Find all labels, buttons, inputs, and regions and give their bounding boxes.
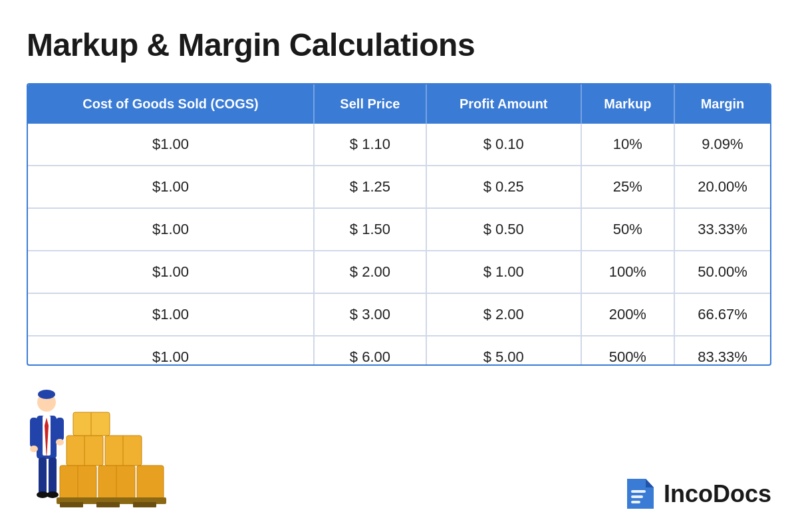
svg-rect-12	[60, 502, 83, 507]
table-wrapper: Cost of Goods Sold (COGS) Sell Price Pro…	[27, 83, 771, 366]
table-cell: $ 6.00	[314, 336, 426, 366]
svg-rect-25	[49, 458, 57, 494]
table-header-row: Cost of Goods Sold (COGS) Sell Price Pro…	[28, 84, 770, 124]
table-cell: $ 1.50	[314, 208, 426, 251]
col-header-margin: Margin	[674, 84, 770, 124]
table-cell: $1.00	[28, 251, 314, 293]
table-row: $1.00$ 2.00$ 1.00100%50.00%	[28, 251, 770, 293]
table-cell: $1.00	[28, 166, 314, 208]
svg-point-23	[56, 439, 64, 446]
table-cell: $1.00	[28, 293, 314, 336]
table-cell: $ 1.10	[314, 124, 426, 166]
table-cell: 100%	[581, 251, 674, 293]
svg-rect-30	[631, 501, 640, 503]
table-cell: 83.33%	[674, 336, 770, 366]
svg-rect-2	[137, 466, 164, 499]
table-row: $1.00$ 1.50$ 0.5050%33.33%	[28, 208, 770, 251]
warehouse-illustration	[27, 379, 173, 512]
table-cell: $ 3.00	[314, 293, 426, 336]
table-cell: 500%	[581, 336, 674, 366]
table-cell: 9.09%	[674, 124, 770, 166]
logo-area: IncoDocs	[620, 475, 771, 512]
svg-point-16	[38, 390, 55, 399]
col-header-markup: Markup	[581, 84, 674, 124]
table-cell: $ 1.25	[314, 166, 426, 208]
table-cell: 200%	[581, 293, 674, 336]
table-cell: $1.00	[28, 208, 314, 251]
main-table: Cost of Goods Sold (COGS) Sell Price Pro…	[28, 84, 770, 366]
page-container: Markup & Margin Calculations Cost of Goo…	[0, 0, 798, 532]
logo-text: IncoDocs	[664, 480, 771, 508]
svg-point-27	[47, 491, 59, 498]
table-row: $1.00$ 3.00$ 2.00200%66.67%	[28, 293, 770, 336]
col-header-cogs: Cost of Goods Sold (COGS)	[28, 84, 314, 124]
table-cell: $ 2.00	[314, 251, 426, 293]
incodocs-logo-icon	[620, 475, 657, 512]
col-header-sell-price: Sell Price	[314, 84, 426, 124]
svg-point-22	[30, 446, 38, 452]
svg-rect-29	[631, 495, 643, 498]
page-title: Markup & Margin Calculations	[27, 27, 771, 63]
table-cell: $1.00	[28, 336, 314, 366]
svg-rect-24	[39, 458, 47, 494]
table-cell: $ 0.10	[426, 124, 581, 166]
table-cell: 50%	[581, 208, 674, 251]
table-row: $1.00$ 1.25$ 0.2525%20.00%	[28, 166, 770, 208]
svg-rect-20	[30, 418, 38, 448]
table-cell: $ 5.00	[426, 336, 581, 366]
table-cell: $ 2.00	[426, 293, 581, 336]
svg-rect-13	[96, 502, 120, 507]
svg-rect-28	[631, 490, 646, 493]
table-cell: $1.00	[28, 124, 314, 166]
bottom-section: IncoDocs	[27, 366, 771, 512]
table-body: $1.00$ 1.10$ 0.1010%9.09%$1.00$ 1.25$ 0.…	[28, 124, 770, 366]
table-cell: 20.00%	[674, 166, 770, 208]
table-cell: 50.00%	[674, 251, 770, 293]
table-cell: $ 0.50	[426, 208, 581, 251]
table-cell: $ 0.25	[426, 166, 581, 208]
svg-rect-14	[133, 502, 156, 507]
table-cell: $ 1.00	[426, 251, 581, 293]
table-cell: 25%	[581, 166, 674, 208]
col-header-profit-amount: Profit Amount	[426, 84, 581, 124]
svg-rect-21	[56, 418, 64, 441]
table-cell: 33.33%	[674, 208, 770, 251]
table-row: $1.00$ 1.10$ 0.1010%9.09%	[28, 124, 770, 166]
table-cell: 10%	[581, 124, 674, 166]
table-row: $1.00$ 6.00$ 5.00500%83.33%	[28, 336, 770, 366]
table-cell: 66.67%	[674, 293, 770, 336]
